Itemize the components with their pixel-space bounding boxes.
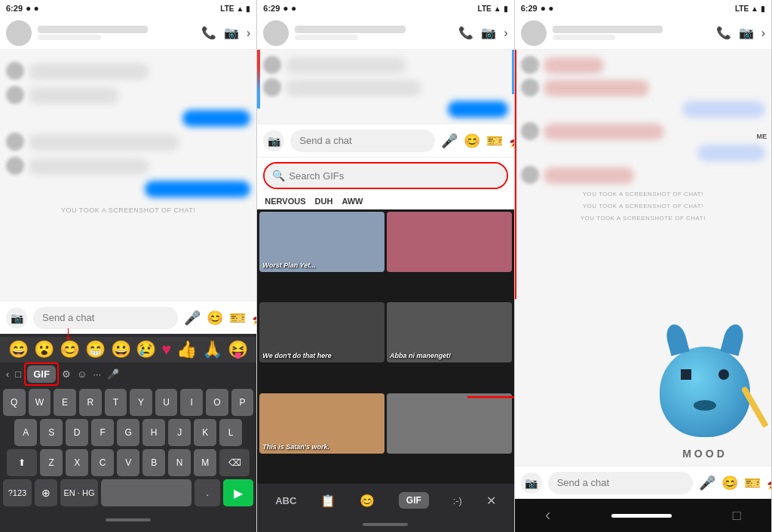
key-num[interactable]: ?123	[3, 479, 32, 506]
sticker-panel-icon[interactable]: □	[15, 368, 21, 380]
emoji-angry[interactable]: 😀	[111, 340, 131, 359]
sticker-icon-2[interactable]: 🎫	[486, 133, 503, 149]
emoji-icon-2[interactable]: 😊	[464, 133, 480, 149]
video-icon-3[interactable]: 📷	[739, 26, 754, 40]
emoji-smile[interactable]: 😊	[60, 340, 80, 359]
kb2-close[interactable]: ✕	[486, 494, 496, 508]
key-j[interactable]: J	[168, 419, 191, 446]
camera-button-1[interactable]: 📷	[6, 307, 27, 329]
kb2-emoticon[interactable]: :-)	[453, 495, 462, 506]
more-icon-1[interactable]: ›	[247, 26, 250, 40]
mic-icon-kb[interactable]: 🎤	[107, 368, 119, 380]
emoji-heart[interactable]: ♥	[161, 340, 171, 359]
emoji-wow[interactable]: 😮	[34, 340, 54, 359]
emoji-grin[interactable]: 😁	[85, 340, 106, 359]
more-icon-3[interactable]: ›	[761, 26, 765, 40]
key-space[interactable]	[101, 479, 191, 506]
mic-icon-1[interactable]: 🎤	[184, 310, 201, 326]
emoji-icon-3[interactable]: 😊	[721, 475, 738, 491]
mic-icon-2[interactable]: 🎤	[441, 133, 458, 149]
more-icon-kb[interactable]: ···	[93, 368, 101, 380]
gif-grid: Worst Plan Yet... We don't do that here …	[257, 209, 513, 484]
key-period[interactable]: .	[195, 479, 220, 506]
back-icon-kb[interactable]: ‹	[6, 368, 9, 380]
key-a[interactable]: A	[14, 419, 37, 446]
key-m[interactable]: M	[194, 449, 216, 476]
gif-cell-5[interactable]: This is Satan's work.	[259, 393, 384, 454]
call-icon-1[interactable]: 📞	[201, 26, 216, 40]
key-x[interactable]: X	[66, 449, 88, 476]
gif-cell-2[interactable]	[387, 212, 512, 272]
key-n[interactable]: N	[168, 449, 191, 476]
gif-tag-duh[interactable]: DUH	[315, 197, 333, 206]
key-globe[interactable]: ⊕	[35, 479, 57, 506]
emoji-thumbs[interactable]: 👍	[176, 340, 197, 359]
key-l[interactable]: L	[219, 419, 242, 446]
key-d[interactable]: D	[66, 419, 88, 446]
key-r[interactable]: R	[79, 389, 102, 416]
key-u[interactable]: U	[155, 389, 178, 416]
chat-input-1[interactable]	[33, 307, 178, 329]
key-v[interactable]: V	[117, 449, 139, 476]
key-b[interactable]: B	[142, 449, 165, 476]
key-s[interactable]: S	[40, 419, 63, 446]
camera-button-3[interactable]: 📷	[521, 472, 542, 494]
key-w[interactable]: W	[29, 389, 51, 416]
key-backspace[interactable]: ⌫	[219, 449, 250, 476]
emoji-laugh[interactable]: 😄	[8, 340, 29, 359]
key-lang[interactable]: EN · HG	[60, 479, 98, 506]
gif-launch-icon-3[interactable]: 🚀	[767, 475, 772, 491]
face-icon-kb[interactable]: ☺	[77, 368, 87, 380]
nav-recent-3[interactable]: □	[733, 508, 741, 524]
chat-input-2[interactable]	[290, 130, 435, 152]
key-k[interactable]: K	[194, 419, 216, 446]
settings-icon-kb[interactable]: ⚙	[62, 368, 71, 380]
key-p[interactable]: P	[231, 389, 254, 416]
emoji-cry[interactable]: 😢	[136, 340, 156, 359]
sticker-icon-1[interactable]: 🎫	[229, 310, 246, 326]
key-i[interactable]: I	[180, 389, 203, 416]
panel-1: 6:29 ● ● LTE ▲ ▮ 📞 📷 ›	[0, 0, 257, 532]
key-g[interactable]: G	[117, 419, 139, 446]
gif-button-1[interactable]: GIF	[27, 365, 56, 383]
kb2-abc[interactable]: ABC	[275, 495, 296, 506]
key-y[interactable]: Y	[130, 389, 152, 416]
home-bar-3[interactable]	[611, 514, 672, 518]
emoji-icon-1[interactable]: 😊	[207, 310, 223, 326]
key-shift[interactable]: ⬆	[7, 449, 37, 476]
gif-launch-icon-2[interactable]: 🚀	[509, 133, 514, 149]
gif-launch-icon-1[interactable]: 🚀	[252, 310, 257, 326]
chat-input-3[interactable]	[548, 472, 693, 494]
search-icon: 🔍	[272, 170, 285, 182]
gif-cell-6[interactable]	[387, 393, 512, 454]
gif-cell-4[interactable]: Abba ni manenget!	[387, 302, 512, 362]
key-z[interactable]: Z	[40, 449, 63, 476]
key-q[interactable]: Q	[3, 389, 26, 416]
gif-cell-3[interactable]: We don't do that here	[259, 302, 384, 362]
emoji-pray[interactable]: 🙏	[202, 340, 222, 359]
key-enter[interactable]: ▶	[223, 479, 253, 506]
gif-search-input[interactable]	[265, 164, 506, 188]
gif-tag-nervous[interactable]: NERVOUS	[265, 197, 305, 206]
kb2-gif-active[interactable]: GIF	[399, 492, 429, 509]
video-icon-2[interactable]: 📷	[481, 26, 496, 40]
call-icon-2[interactable]: 📞	[458, 26, 473, 40]
nav-back-3[interactable]: ‹	[545, 506, 550, 525]
kb2-sticker[interactable]: 📋	[320, 494, 335, 508]
key-h[interactable]: H	[142, 419, 165, 446]
key-c[interactable]: C	[91, 449, 114, 476]
camera-button-2[interactable]: 📷	[263, 130, 284, 151]
more-icon-2[interactable]: ›	[504, 26, 507, 40]
emoji-tongue[interactable]: 😝	[228, 340, 248, 359]
key-f[interactable]: F	[91, 419, 114, 446]
kb2-emoji[interactable]: 😊	[360, 494, 375, 508]
mic-icon-3[interactable]: 🎤	[699, 475, 715, 491]
sticker-icon-3[interactable]: 🎫	[744, 475, 761, 491]
key-o[interactable]: O	[206, 389, 228, 416]
gif-tag-aww[interactable]: AWW	[342, 197, 363, 206]
gif-cell-1[interactable]: Worst Plan Yet...	[259, 212, 384, 272]
key-e[interactable]: E	[54, 389, 76, 416]
video-icon-1[interactable]: 📷	[224, 26, 239, 40]
call-icon-3[interactable]: 📞	[716, 26, 731, 40]
key-t[interactable]: T	[105, 389, 127, 416]
